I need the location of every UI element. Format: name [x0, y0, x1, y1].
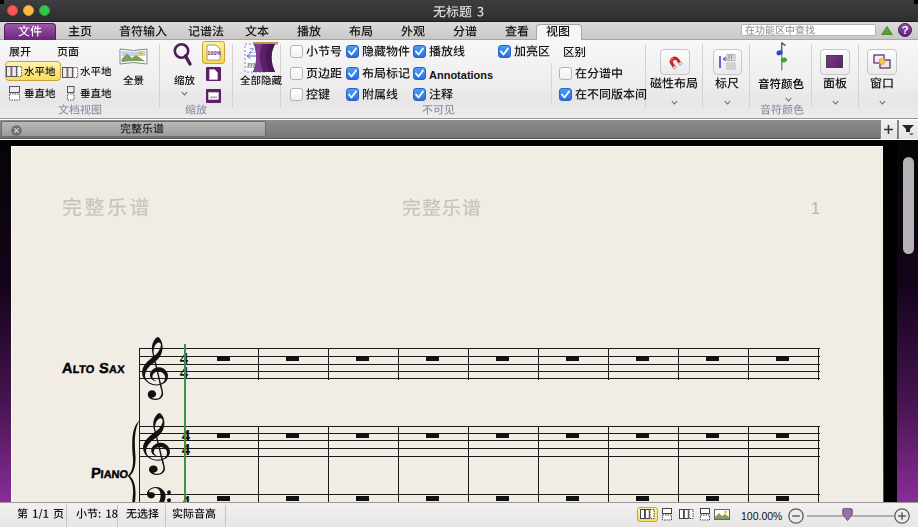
svg-text:100%: 100% — [207, 50, 221, 56]
